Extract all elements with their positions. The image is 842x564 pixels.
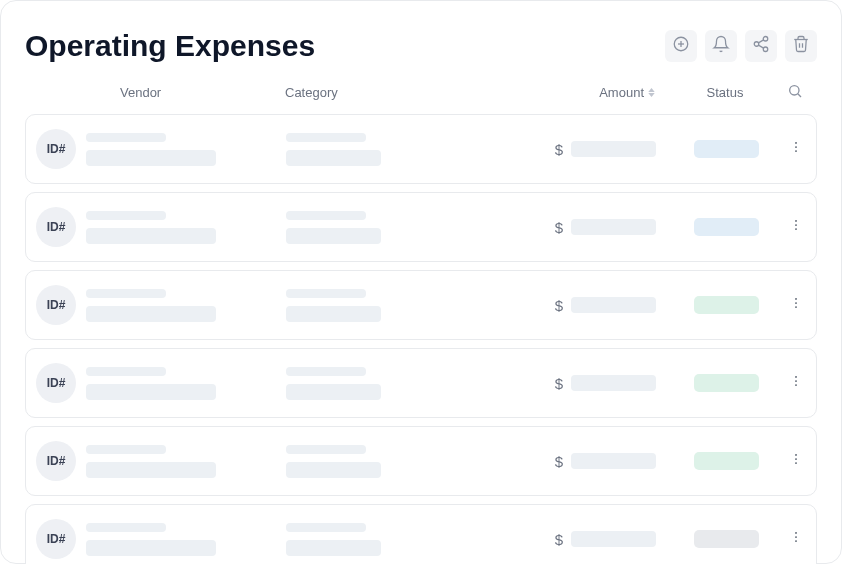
share-icon <box>752 35 770 57</box>
svg-line-6 <box>758 45 763 48</box>
col-header-category[interactable]: Category <box>285 85 485 100</box>
vendor-cell <box>86 445 286 478</box>
row-menu-button[interactable] <box>776 218 816 236</box>
dots-vertical-icon <box>789 140 803 158</box>
status-cell <box>676 218 776 236</box>
skeleton-line <box>571 219 656 235</box>
category-cell <box>286 445 486 478</box>
svg-point-10 <box>795 142 797 144</box>
currency-symbol: $ <box>555 531 563 548</box>
status-cell <box>676 140 776 158</box>
vendor-cell <box>86 211 286 244</box>
table-row[interactable]: ID# $ <box>25 426 817 496</box>
amount-cell: $ <box>486 375 676 392</box>
row-menu-button[interactable] <box>776 296 816 314</box>
header: Operating Expenses <box>25 29 817 63</box>
skeleton-line <box>286 150 381 166</box>
status-badge <box>694 218 759 236</box>
svg-line-7 <box>758 40 763 43</box>
skeleton-line <box>86 384 216 400</box>
status-cell <box>676 452 776 470</box>
id-badge: ID# <box>36 129 76 169</box>
col-header-vendor[interactable]: Vendor <box>85 85 285 100</box>
svg-point-21 <box>795 384 797 386</box>
skeleton-line <box>286 540 381 556</box>
page-container: Operating Expenses <box>0 0 842 564</box>
add-button[interactable] <box>665 30 697 62</box>
skeleton-line <box>571 141 656 157</box>
svg-point-5 <box>763 47 768 52</box>
skeleton-line <box>86 462 216 478</box>
table-row[interactable]: ID# $ <box>25 348 817 418</box>
skeleton-line <box>286 133 366 142</box>
page-title: Operating Expenses <box>25 29 315 63</box>
svg-point-25 <box>795 532 797 534</box>
currency-symbol: $ <box>555 375 563 392</box>
delete-button[interactable] <box>785 30 817 62</box>
skeleton-line <box>86 211 166 220</box>
vendor-cell <box>86 289 286 322</box>
status-badge <box>694 452 759 470</box>
row-menu-button[interactable] <box>776 140 816 158</box>
id-badge: ID# <box>36 207 76 247</box>
vendor-cell <box>86 367 286 400</box>
skeleton-line <box>286 306 381 322</box>
skeleton-line <box>286 384 381 400</box>
bell-icon <box>712 35 730 57</box>
skeleton-line <box>571 531 656 547</box>
dots-vertical-icon <box>789 452 803 470</box>
id-badge: ID# <box>36 441 76 481</box>
row-menu-button[interactable] <box>776 530 816 548</box>
table-row[interactable]: ID# $ <box>25 114 817 184</box>
share-button[interactable] <box>745 30 777 62</box>
skeleton-line <box>286 367 366 376</box>
table-row[interactable]: ID# $ <box>25 192 817 262</box>
skeleton-line <box>86 445 166 454</box>
header-actions <box>665 30 817 62</box>
skeleton-line <box>86 306 216 322</box>
status-badge <box>694 530 759 548</box>
svg-point-17 <box>795 302 797 304</box>
svg-point-4 <box>754 42 759 47</box>
svg-point-27 <box>795 540 797 542</box>
amount-cell: $ <box>486 453 676 470</box>
svg-point-8 <box>790 86 799 95</box>
category-cell <box>286 211 486 244</box>
svg-line-9 <box>798 94 801 97</box>
status-cell <box>676 374 776 392</box>
status-badge <box>694 140 759 158</box>
rows-container: ID# $ ID# $ <box>25 114 817 564</box>
currency-symbol: $ <box>555 219 563 236</box>
svg-point-19 <box>795 376 797 378</box>
category-cell <box>286 133 486 166</box>
plus-circle-icon <box>672 35 690 57</box>
column-headers: Vendor Category Amount Status <box>25 83 817 114</box>
currency-symbol: $ <box>555 141 563 158</box>
svg-point-16 <box>795 298 797 300</box>
notifications-button[interactable] <box>705 30 737 62</box>
skeleton-line <box>86 150 216 166</box>
vendor-cell <box>86 523 286 556</box>
dots-vertical-icon <box>789 530 803 548</box>
row-menu-button[interactable] <box>776 374 816 392</box>
status-badge <box>694 296 759 314</box>
status-cell <box>676 530 776 548</box>
skeleton-line <box>286 228 381 244</box>
skeleton-line <box>571 453 656 469</box>
search-button[interactable] <box>775 83 815 102</box>
skeleton-line <box>86 523 166 532</box>
amount-cell: $ <box>486 297 676 314</box>
search-icon <box>787 83 803 102</box>
amount-cell: $ <box>486 531 676 548</box>
status-badge <box>694 374 759 392</box>
amount-cell: $ <box>486 219 676 236</box>
dots-vertical-icon <box>789 374 803 392</box>
col-header-status[interactable]: Status <box>675 85 775 100</box>
svg-point-12 <box>795 150 797 152</box>
trash-icon <box>792 35 810 57</box>
col-header-amount[interactable]: Amount <box>485 85 675 100</box>
table-row[interactable]: ID# $ <box>25 270 817 340</box>
table-row[interactable]: ID# $ <box>25 504 817 564</box>
svg-point-3 <box>763 37 768 42</box>
row-menu-button[interactable] <box>776 452 816 470</box>
